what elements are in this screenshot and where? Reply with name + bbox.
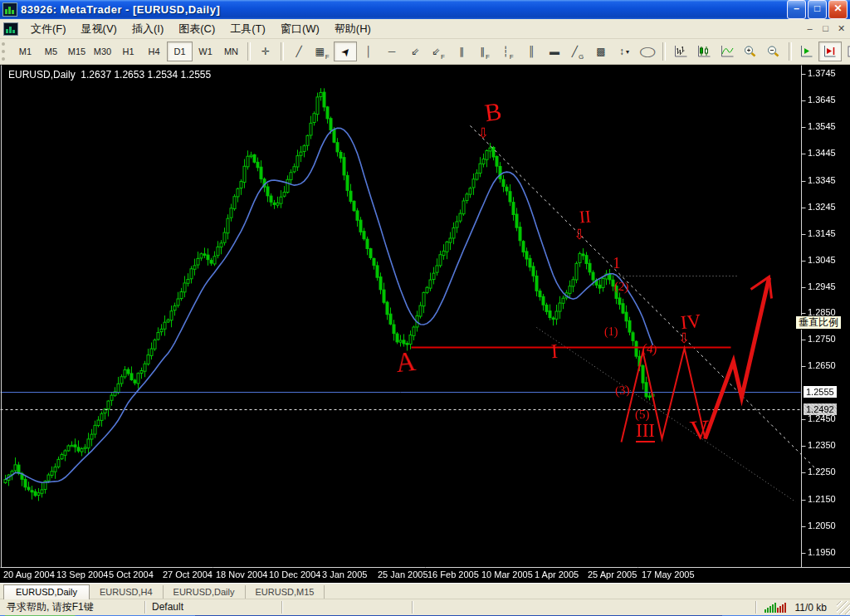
wave-b-arrow: ⇩ <box>477 126 489 140</box>
date-tick-label: 17 May 2005 <box>642 570 695 579</box>
quote-close: 1.2555 <box>181 69 212 81</box>
wave-a-label: A <box>394 348 417 377</box>
fibo-expansion-tool[interactable]: ⇙F <box>427 42 450 61</box>
price-tick-label: 1.2650 <box>808 360 836 370</box>
wave-sub3-label: (3) <box>614 384 630 398</box>
timeframe-button-m5[interactable]: M5 <box>38 42 64 61</box>
trendline-tool[interactable]: ╱ <box>287 42 310 61</box>
toolbar-separator <box>281 42 284 61</box>
app-icon <box>2 2 17 17</box>
price-tick-label: 1.2150 <box>808 494 836 504</box>
timeframe-button-m15[interactable]: M15 <box>64 42 90 61</box>
wave-3-roman-label: III <box>636 421 655 442</box>
fibo-channel-tool[interactable]: ∥F <box>473 42 496 61</box>
auto-scroll-button[interactable] <box>795 42 818 61</box>
rectangle-tool[interactable]: ▬ <box>543 42 566 61</box>
bar-chart-button[interactable] <box>669 42 692 61</box>
date-tick-label: 1 Apr 2005 <box>535 570 579 579</box>
timeframe-button-m1[interactable]: M1 <box>12 42 38 61</box>
quote-header: EURUSD,Daily 1.2637 1.2653 1.2534 1.2555 <box>8 69 211 81</box>
tools-toolbar-group: ✛╱▦F➤│─⇙⇙F∥∥F┆F║▬╱G▩↕▾◯ <box>254 42 850 61</box>
price-tick-label: 1.3345 <box>808 175 836 185</box>
menu-item-charts[interactable]: 图表(C) <box>171 19 222 39</box>
cursor-tool[interactable]: ➤ <box>334 42 357 61</box>
toolbar-separator <box>789 42 792 61</box>
cycle-lines-tool[interactable]: ║ <box>520 42 543 61</box>
menu-item-view[interactable]: 显视(V) <box>74 19 125 39</box>
date-tick-label: 27 Oct 2004 <box>163 570 212 579</box>
crosshair-tool[interactable]: ✛ <box>254 42 277 61</box>
menu-item-help[interactable]: 帮助(H) <box>327 19 379 39</box>
status-profile[interactable]: Default <box>145 601 282 614</box>
wave-sub1-label: (1) <box>604 326 618 338</box>
menu-bar: 文件(F)显视(V)插入(I)图表(C)工具(T)窗口(W)帮助(H) – □ … <box>0 19 850 39</box>
line-chart-button[interactable] <box>716 42 739 61</box>
toolbar-separator <box>247 42 251 61</box>
fibo-timezones-tool[interactable]: ┆F <box>496 42 520 61</box>
bid-price-label: 1.2555 <box>804 386 837 398</box>
zoom-in-button[interactable] <box>739 42 762 61</box>
date-tick-label: 10 Dec 2004 <box>269 570 320 579</box>
menu-items: 文件(F)显视(V)插入(I)图表(C)工具(T)窗口(W)帮助(H) <box>23 19 379 39</box>
menu-item-insert[interactable]: 插入(I) <box>125 19 171 39</box>
price-tick-label: 1.3645 <box>808 95 836 105</box>
arrows-tool[interactable]: ↕▾ <box>613 42 636 61</box>
indicators-button[interactable] <box>842 42 850 61</box>
minimize-button[interactable]: – <box>787 0 806 19</box>
metatrader-window: 83926: MetaTrader - [EURUSD,Daily] – □ ✕… <box>0 0 850 616</box>
chart-shift-button[interactable] <box>818 42 842 61</box>
menu-item-file[interactable]: 文件(F) <box>23 19 74 39</box>
timeframe-button-d1[interactable]: D1 <box>167 42 193 61</box>
menu-item-window[interactable]: 窗口(W) <box>273 19 327 39</box>
timeframe-button-m30[interactable]: M30 <box>90 42 115 61</box>
menu-item-tools[interactable]: 工具(T) <box>222 19 273 39</box>
wave-4-arrow: ⇩ <box>678 331 690 345</box>
price-tick-label: 1.3545 <box>808 121 836 131</box>
vertical-scale-tooltip: 垂直比例 <box>795 315 842 330</box>
close-button[interactable]: ✕ <box>828 0 848 19</box>
vertical-line-tool[interactable]: │ <box>357 42 380 61</box>
wave-sub4-label: (4) <box>642 342 657 356</box>
price-tick-label: 1.3045 <box>808 255 836 265</box>
tab-eurusd-m15[interactable]: EURUSD,M15 <box>246 585 325 599</box>
tab-eurusd-daily-2[interactable]: EURUSD,Daily <box>164 585 246 599</box>
timeframe-button-w1[interactable]: W1 <box>193 42 218 61</box>
horizontal-line-tool[interactable]: ─ <box>380 42 403 61</box>
price-tick-label: 1.3445 <box>808 148 836 158</box>
chart-area[interactable]: EURUSD,Daily 1.2637 1.2653 1.2534 1.2555… <box>0 65 850 583</box>
grid-tool[interactable]: ▩ <box>589 42 613 61</box>
fibo-retracement-tool[interactable]: ▦F <box>310 42 334 61</box>
child-close-button[interactable]: ✕ <box>834 22 848 35</box>
status-network-section: 11/0 kb <box>756 601 835 614</box>
date-tick-label: 25 Apr 2005 <box>588 570 637 579</box>
timeframe-button-h4[interactable]: H4 <box>141 42 167 61</box>
wave-2-arrow: ⇩ <box>574 227 585 242</box>
fibo-fan-tool[interactable]: ⇙ <box>403 42 427 61</box>
zoom-out-button[interactable] <box>762 42 785 61</box>
channel-tool[interactable]: ∥ <box>450 42 473 61</box>
tab-eurusd-h4[interactable]: EURUSD,H4 <box>90 585 164 599</box>
gann-line-tool[interactable]: ╱G <box>566 42 589 61</box>
network-signal-icon <box>765 602 787 613</box>
window-title: 83926: MetaTrader - [EURUSD,Daily] <box>21 3 786 16</box>
child-restore-button[interactable]: □ <box>818 22 833 35</box>
price-tick-label: 1.3145 <box>808 228 836 238</box>
wave-sub5-label: (5) <box>635 408 650 421</box>
child-minimize-button[interactable]: – <box>803 22 817 35</box>
toolbar-grip[interactable] <box>2 42 11 61</box>
candlestick-chart-button[interactable] <box>692 42 716 61</box>
resize-grip[interactable] <box>837 601 850 614</box>
wave-1-minor-label: 1 <box>613 255 621 271</box>
ellipse-tool[interactable]: ◯ <box>636 42 659 61</box>
date-tick-label: 10 Mar 2005 <box>481 570 533 579</box>
price-chart-canvas[interactable] <box>0 65 850 583</box>
timeframe-button-h1[interactable]: H1 <box>115 42 141 61</box>
timeframe-button-mn[interactable]: MN <box>218 42 244 61</box>
quote-high: 1.2653 <box>114 69 144 81</box>
network-traffic-label: 11/0 kb <box>795 602 827 614</box>
tab-eurusd-daily-1[interactable]: EURUSD,Daily <box>3 584 90 599</box>
maximize-button[interactable]: □ <box>808 0 827 19</box>
price-tick-label: 1.2250 <box>808 467 836 477</box>
date-tick-label: 13 Sep 2004 <box>56 570 108 579</box>
date-tick-label: 20 Aug 2004 <box>3 570 55 579</box>
